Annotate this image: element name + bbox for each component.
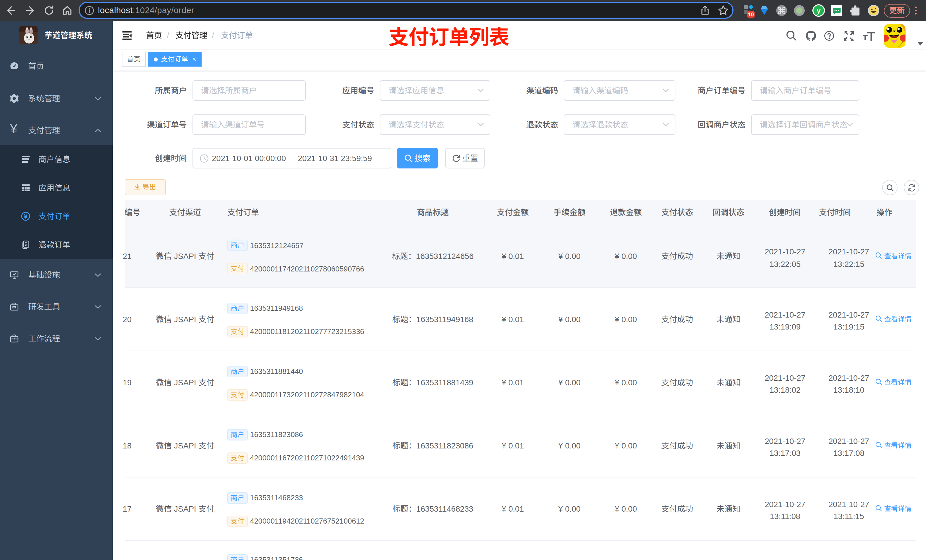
svg-text:10: 10 (748, 11, 754, 17)
svg-text:y: y (817, 7, 821, 15)
